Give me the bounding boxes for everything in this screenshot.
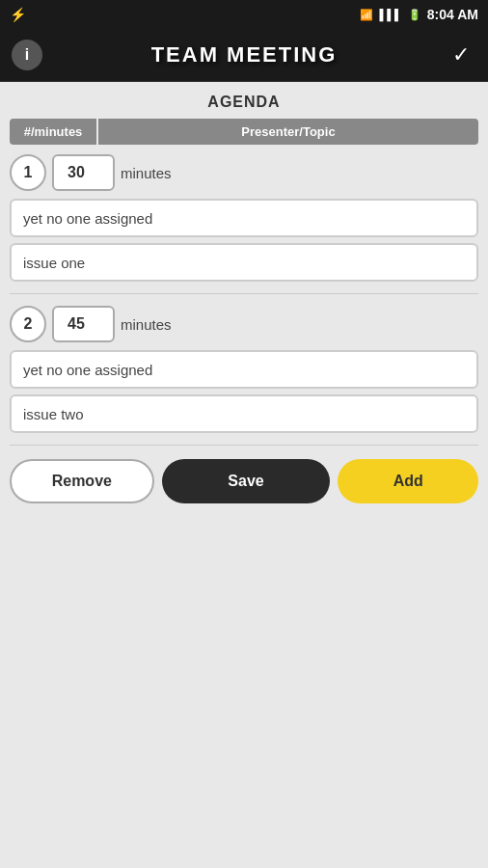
item-row-1: 1 minutes [10, 154, 478, 191]
item-number-1: 1 [10, 154, 46, 191]
divider-2 [10, 445, 478, 446]
item-topic-input-1[interactable] [10, 243, 478, 282]
header-presenter: Presenter/Topic [98, 119, 478, 145]
minutes-label-2: minutes [121, 316, 172, 333]
app-title: TEAM MEETING [151, 42, 338, 68]
divider-1 [10, 293, 478, 294]
item-minutes-input-2[interactable] [52, 306, 115, 342]
status-bar: ⚡ 📶 ▌▌▌ 🔋 8:04 AM [0, 0, 488, 29]
title-bar: i TEAM MEETING ✓ [0, 29, 488, 82]
table-header: #/minutes Presenter/Topic [10, 119, 478, 145]
status-bar-left: ⚡ [10, 7, 26, 22]
wifi-icon: 📶 [360, 9, 373, 21]
main-content: AGENDA #/minutes Presenter/Topic 1 minut… [0, 82, 488, 515]
status-bar-right: 📶 ▌▌▌ 🔋 8:04 AM [360, 7, 478, 22]
agenda-label: AGENDA [10, 94, 478, 111]
status-time: 8:04 AM [427, 7, 478, 22]
usb-icon: ⚡ [10, 7, 26, 22]
button-row: Remove Save Add [10, 459, 478, 503]
item-presenter-input-1[interactable] [10, 199, 478, 237]
checkmark-icon: ✓ [452, 42, 470, 68]
save-button[interactable]: Save [162, 459, 331, 503]
info-button[interactable]: i [12, 40, 42, 70]
agenda-item-1: 1 minutes [10, 154, 478, 282]
item-row-2: 2 minutes [10, 306, 478, 342]
header-num: #/minutes [10, 119, 96, 145]
minutes-label-1: minutes [121, 165, 172, 181]
agenda-item-2: 2 minutes [10, 306, 478, 433]
item-topic-input-2[interactable] [10, 394, 478, 433]
item-minutes-input-1[interactable] [52, 154, 115, 191]
battery-icon: 🔋 [408, 9, 421, 21]
remove-button[interactable]: Remove [10, 459, 154, 503]
add-button[interactable]: Add [338, 459, 478, 503]
confirm-button[interactable]: ✓ [446, 40, 476, 70]
item-presenter-input-2[interactable] [10, 350, 478, 389]
signal-icon: ▌▌▌ [379, 9, 401, 20]
item-number-2: 2 [10, 306, 46, 342]
